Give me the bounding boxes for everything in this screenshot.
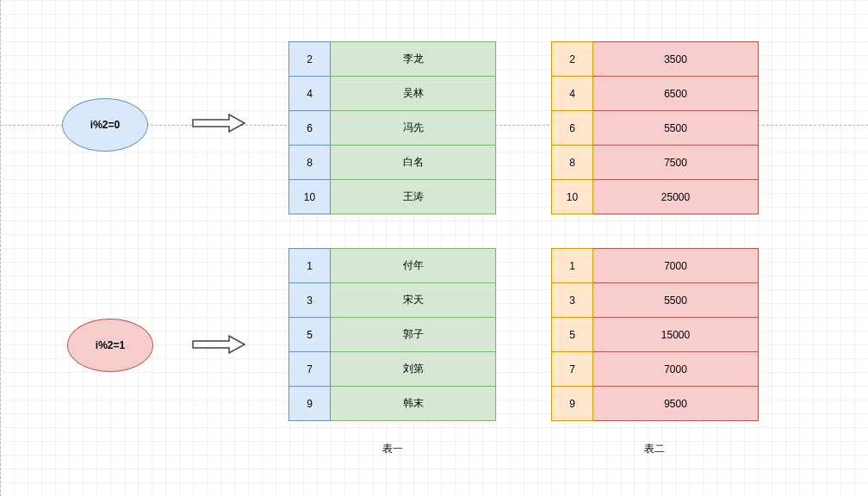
table-row: 7刘第 xyxy=(289,352,496,387)
cell-idx: 5 xyxy=(552,318,593,352)
cell-name: 宋天 xyxy=(331,283,496,318)
cell-name: 李龙 xyxy=(331,42,496,77)
table1-odd: 1付年 3宋天 5郭子 7刘第 9韩末 xyxy=(288,248,496,421)
table-row: 515000 xyxy=(552,318,759,352)
table-row: 9韩末 xyxy=(289,387,496,421)
cell-name: 吴林 xyxy=(331,77,496,111)
table-row: 3宋天 xyxy=(289,283,496,318)
cell-name: 刘第 xyxy=(331,352,496,387)
cell-val: 5500 xyxy=(593,283,759,318)
table-row: 1025000 xyxy=(552,180,759,214)
cell-val: 7000 xyxy=(593,352,759,387)
cell-idx: 1 xyxy=(289,249,331,283)
cell-idx: 5 xyxy=(289,318,331,352)
cell-idx: 4 xyxy=(552,77,593,111)
table-row: 10王涛 xyxy=(289,180,496,214)
cell-val: 25000 xyxy=(593,180,759,214)
table-row: 5郭子 xyxy=(289,318,496,352)
cell-idx: 7 xyxy=(289,352,331,387)
cell-idx: 1 xyxy=(552,249,593,283)
table1-even: 2李龙 4吴林 6冯先 8白名 10王涛 xyxy=(288,41,496,214)
table-row: 6冯先 xyxy=(289,111,496,146)
cell-idx: 6 xyxy=(552,111,593,146)
ellipse-odd-condition: i%2=1 xyxy=(67,319,153,372)
table-row: 23500 xyxy=(552,42,759,77)
cell-idx: 9 xyxy=(289,387,331,421)
cell-idx: 8 xyxy=(552,146,593,180)
table-row: 65500 xyxy=(552,111,759,146)
cell-val: 6500 xyxy=(593,77,759,111)
cell-name: 王涛 xyxy=(331,180,496,214)
cell-idx: 2 xyxy=(552,42,593,77)
table-row: 4吴林 xyxy=(289,77,496,111)
cell-idx: 7 xyxy=(552,352,593,387)
table-row: 99500 xyxy=(552,387,759,421)
cell-idx: 3 xyxy=(289,283,331,318)
cell-idx: 8 xyxy=(289,146,331,180)
cell-name: 白名 xyxy=(331,146,496,180)
cell-name: 韩末 xyxy=(331,387,496,421)
table-row: 77000 xyxy=(552,352,759,387)
cell-idx: 3 xyxy=(552,283,593,318)
table-row: 35500 xyxy=(552,283,759,318)
cell-idx: 2 xyxy=(289,42,331,77)
table-row: 8白名 xyxy=(289,146,496,180)
cell-val: 7500 xyxy=(593,146,759,180)
cell-val: 5500 xyxy=(593,111,759,146)
cell-val: 15000 xyxy=(593,318,759,352)
table2-even: 23500 46500 65500 87500 1025000 xyxy=(551,41,759,214)
cell-val: 3500 xyxy=(593,42,759,77)
table2-odd: 17000 35500 515000 77000 99500 xyxy=(551,248,759,421)
caption-table1: 表一 xyxy=(382,442,403,456)
ellipse-odd-label: i%2=1 xyxy=(96,339,125,351)
table-row: 2李龙 xyxy=(289,42,496,77)
cell-name: 付年 xyxy=(331,249,496,283)
guide-line-vertical xyxy=(0,0,1,496)
table-row: 46500 xyxy=(552,77,759,111)
table-row: 87500 xyxy=(552,146,759,180)
cell-val: 9500 xyxy=(593,387,759,421)
cell-val: 7000 xyxy=(593,249,759,283)
table-row: 17000 xyxy=(552,249,759,283)
cell-idx: 9 xyxy=(552,387,593,421)
caption-table2: 表二 xyxy=(644,442,665,456)
ellipse-even-condition: i%2=0 xyxy=(62,98,148,152)
arrow-odd xyxy=(191,334,246,355)
table-row: 1付年 xyxy=(289,249,496,283)
cell-idx: 4 xyxy=(289,77,331,111)
cell-name: 郭子 xyxy=(331,318,496,352)
cell-idx: 6 xyxy=(289,111,331,146)
cell-idx: 10 xyxy=(552,180,593,214)
cell-name: 冯先 xyxy=(331,111,496,146)
cell-idx: 10 xyxy=(289,180,331,214)
ellipse-even-label: i%2=0 xyxy=(90,119,120,131)
arrow-even xyxy=(191,113,246,133)
